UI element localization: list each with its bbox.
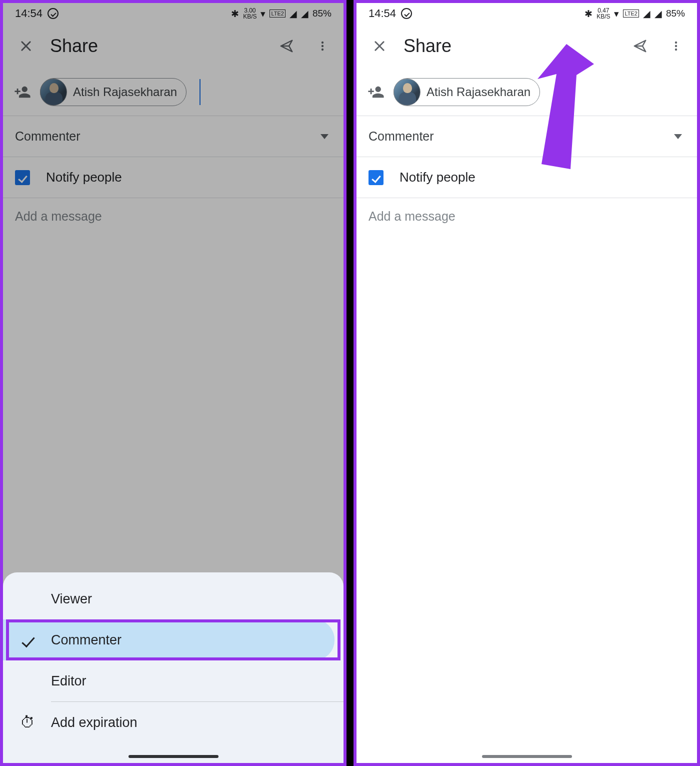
page-title: Share: [50, 36, 262, 57]
text-cursor: [200, 79, 200, 105]
check-circle-icon: [48, 8, 58, 19]
notify-checkbox[interactable]: [368, 170, 384, 185]
person-chip[interactable]: Atish Rajasekharan: [40, 78, 186, 106]
app-bar: Share: [3, 24, 344, 68]
svg-point-1: [322, 45, 324, 47]
bluetooth-icon: ✱: [231, 8, 239, 20]
svg-point-5: [675, 49, 677, 51]
notify-row[interactable]: Notify people: [3, 157, 344, 198]
chevron-down-icon: [320, 134, 328, 139]
sheet-option-viewer[interactable]: Viewer: [3, 578, 344, 619]
status-bar: 14:54 ✱ 3.00 KB/S ▾ LTE2 ◢ ◢ 85%: [3, 3, 344, 24]
nav-bar-hint: [128, 755, 218, 758]
check-circle-icon: [401, 8, 412, 19]
battery-text: 85%: [312, 8, 332, 19]
people-input-row[interactable]: Atish Rajasekharan: [3, 68, 344, 116]
message-input[interactable]: Add a message: [356, 198, 697, 235]
person-chip-label: Atish Rajasekharan: [73, 85, 177, 99]
signal-icon-1: ◢: [643, 8, 650, 20]
sheet-option-commenter[interactable]: Commenter: [3, 619, 334, 660]
wifi-icon: ▾: [260, 8, 266, 20]
svg-point-0: [322, 42, 324, 44]
send-button[interactable]: [274, 34, 298, 58]
role-dropdown[interactable]: Commenter: [3, 116, 344, 157]
person-add-icon: [368, 84, 384, 101]
message-input[interactable]: Add a message: [3, 198, 344, 235]
net-speed-unit: KB/S: [243, 14, 256, 20]
role-value: Commenter: [368, 129, 434, 144]
nav-bar-hint: [482, 755, 572, 758]
annotation-arrow-icon: [506, 39, 596, 179]
chevron-down-icon: [674, 134, 682, 139]
more-icon[interactable]: [664, 34, 688, 58]
svg-point-4: [675, 45, 677, 47]
screenshot-right: 14:54 ✱ 0.47 KB/S ▾ LTE2 ◢ ◢ 85% Share: [354, 0, 700, 766]
person-add-icon: [14, 84, 31, 101]
status-bar: 14:54 ✱ 0.47 KB/S ▾ LTE2 ◢ ◢ 85%: [356, 3, 697, 24]
signal-icon-1: ◢: [290, 8, 297, 20]
role-value: Commenter: [15, 129, 80, 144]
battery-text: 85%: [666, 8, 685, 19]
signal-icon-2: ◢: [654, 8, 662, 20]
close-icon[interactable]: [368, 34, 392, 58]
avatar: [394, 79, 420, 106]
net-speed-unit: KB/S: [596, 14, 610, 20]
volte-icon: LTE2: [623, 10, 638, 18]
signal-icon-2: ◢: [301, 8, 308, 20]
notify-checkbox[interactable]: [15, 170, 30, 185]
bluetooth-icon: ✱: [584, 8, 592, 20]
notify-label: Notify people: [46, 170, 122, 185]
volte-icon: LTE2: [270, 10, 285, 18]
role-bottom-sheet: Viewer Commenter Editor Add expiration: [3, 572, 344, 763]
sheet-option-expiration[interactable]: Add expiration: [3, 702, 344, 743]
clock: 14:54: [15, 7, 42, 20]
close-icon[interactable]: [14, 34, 38, 58]
svg-point-3: [675, 42, 677, 44]
send-button[interactable]: [628, 34, 652, 58]
wifi-icon: ▾: [614, 8, 619, 20]
svg-point-2: [322, 49, 324, 51]
avatar: [40, 79, 67, 106]
clock: 14:54: [368, 7, 396, 20]
more-icon[interactable]: [310, 34, 334, 58]
notify-label: Notify people: [400, 170, 476, 185]
sheet-option-editor[interactable]: Editor: [3, 660, 344, 701]
screenshot-left: 14:54 ✱ 3.00 KB/S ▾ LTE2 ◢ ◢ 85% Share: [0, 0, 346, 766]
